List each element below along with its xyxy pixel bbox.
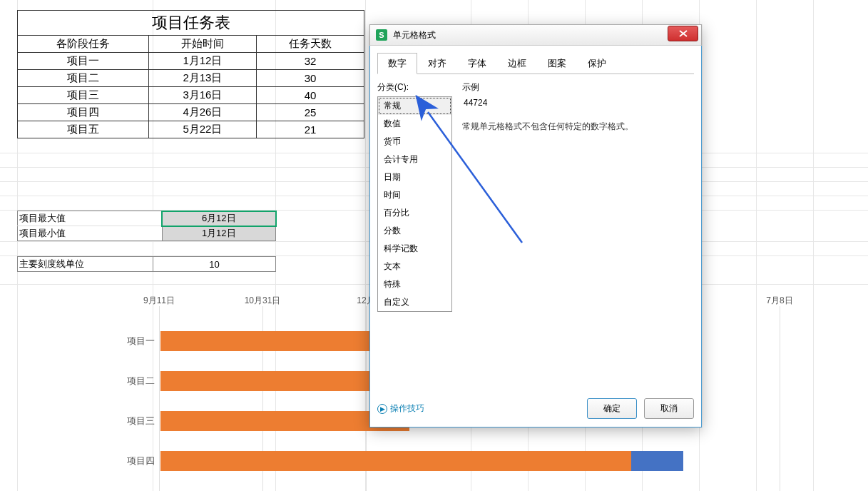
gantt-row: 项目四 [125,441,797,481]
cell-format-dialog: S 单元格格式 数字 对齐 字体 边框 图案 保护 分类(C): 常规 数值 货… [369,25,702,427]
category-label: 分类(C): [377,81,409,93]
tab-border[interactable]: 边框 [497,53,537,74]
gantt-bar-orange [160,371,394,391]
category-item-number[interactable]: 数值 [378,115,451,133]
project-task-table[interactable]: 项目任务表 各阶段任务 开始时间 任务天数 项目一1月12日32 项目二2月13… [17,10,364,138]
gantt-row: 项目五 [125,481,797,491]
min-label[interactable]: 项目最小值 [18,226,163,241]
cancel-button[interactable]: 取消 [644,398,694,419]
max-row: 项目最大值 6月12日 [18,211,276,226]
table-row: 项目二2月13日30 [18,70,364,87]
dialog-titlebar[interactable]: S 单元格格式 [369,24,702,46]
header-task[interactable]: 各阶段任务 [18,36,149,53]
axis-unit-table[interactable]: 主要刻度线单位 10 [17,256,276,272]
table-header-row: 各阶段任务 开始时间 任务天数 [18,36,364,53]
tab-alignment[interactable]: 对齐 [417,53,457,74]
table-title: 项目任务表 [18,11,364,36]
tab-protection[interactable]: 保护 [577,53,617,74]
header-start[interactable]: 开始时间 [148,36,256,53]
app-icon: S [376,29,387,41]
category-item-special[interactable]: 特殊 [378,275,451,293]
tab-font[interactable]: 字体 [457,53,497,74]
category-item-time[interactable]: 时间 [378,186,451,204]
gantt-bar-blue [631,451,683,471]
ok-button[interactable]: 确定 [587,398,637,419]
max-label[interactable]: 项目最大值 [18,211,163,226]
play-icon: ▶ [377,404,387,414]
tab-pattern[interactable]: 图案 [537,53,577,74]
close-icon [679,30,688,37]
min-row: 项目最小值 1月12日 [18,226,276,241]
header-days[interactable]: 任务天数 [256,36,364,53]
category-list[interactable]: 常规 数值 货币 会计专用 日期 时间 百分比 分数 科学记数 文本 特殊 自定… [377,96,452,312]
max-value-cell[interactable]: 6月12日 [162,211,276,226]
gantt-bar-orange [160,331,372,351]
category-item-custom[interactable]: 自定义 [378,293,451,311]
table-row: 项目一1月12日32 [18,53,364,70]
tips-link[interactable]: ▶ 操作技巧 [377,403,424,415]
dialog-title: 单元格格式 [393,29,668,41]
table-row: 项目三3月16日40 [18,87,364,104]
axis-unit-value[interactable]: 10 [153,257,276,272]
example-label: 示例 [462,81,694,93]
dialog-tabs: 数字 对齐 字体 边框 图案 保护 [377,53,694,74]
table-row: 项目四4月26日25 [18,104,364,121]
table-row: 项目五5月22日21 [18,121,364,138]
gantt-bar-orange [160,451,631,471]
category-item-fraction[interactable]: 分数 [378,222,451,240]
category-item-currency[interactable]: 货币 [378,133,451,151]
axis-unit-label[interactable]: 主要刻度线单位 [18,257,153,272]
category-item-percentage[interactable]: 百分比 [378,204,451,222]
format-description: 常规单元格格式不包含任何特定的数字格式。 [462,121,694,133]
tab-number[interactable]: 数字 [377,53,417,74]
min-value-cell[interactable]: 1月12日 [162,226,276,241]
category-item-text[interactable]: 文本 [378,258,451,275]
close-button[interactable] [668,26,698,41]
summary-table[interactable]: 项目最大值 6月12日 项目最小值 1月12日 [17,211,276,241]
category-item-accounting[interactable]: 会计专用 [378,151,451,168]
category-item-date[interactable]: 日期 [378,168,451,186]
example-value: 44724 [462,98,694,108]
category-item-scientific[interactable]: 科学记数 [378,240,451,258]
category-item-general[interactable]: 常规 [378,97,451,115]
